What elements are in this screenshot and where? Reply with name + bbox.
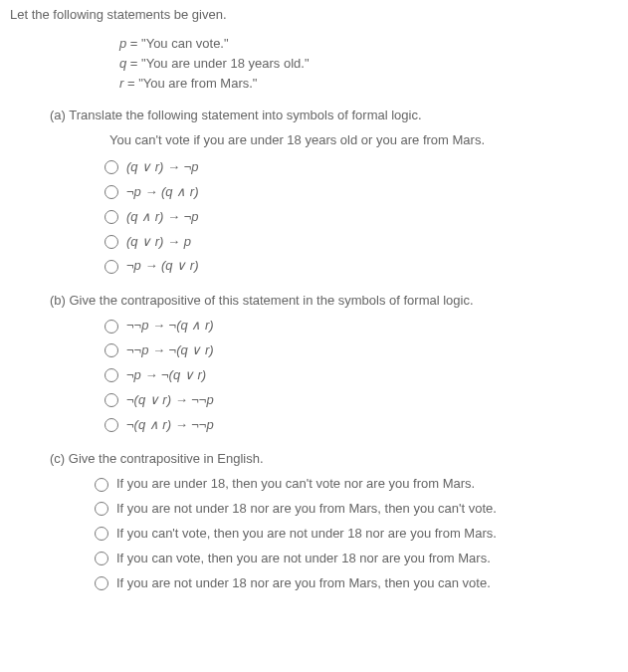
radio-a-1[interactable]	[105, 160, 118, 174]
option-a-1-label: (q ∨ r) → ¬p	[126, 158, 198, 177]
part-c: (c) Give the contrapositive in English. …	[50, 450, 618, 592]
option-c-4[interactable]: If you can vote, then you are not under …	[95, 550, 618, 568]
radio-c-3[interactable]	[95, 527, 108, 541]
part-a-statement: You can't vote if you are under 18 years…	[109, 131, 618, 150]
radio-b-1[interactable]	[105, 320, 118, 334]
option-b-5[interactable]: ¬(q ∧ r) → ¬¬p	[105, 416, 618, 435]
option-a-2-label: ¬p → (q ∧ r)	[126, 183, 198, 202]
option-b-2-label: ¬¬p → ¬(q ∨ r)	[126, 341, 214, 360]
option-b-3-label: ¬p → ¬(q ∨ r)	[126, 366, 206, 385]
page: Let the following statements be given. p…	[0, 0, 628, 628]
part-b-question: (b) Give the contrapositive of this stat…	[50, 292, 618, 311]
radio-a-5[interactable]	[105, 260, 118, 274]
radio-b-3[interactable]	[105, 368, 118, 382]
def-q-text: = "You are under 18 years old."	[126, 56, 309, 71]
radio-b-2[interactable]	[105, 343, 118, 357]
option-b-3[interactable]: ¬p → ¬(q ∨ r)	[105, 366, 618, 385]
part-c-options: If you are under 18, then you can't vote…	[95, 475, 618, 592]
option-b-4-label: ¬(q ∨ r) → ¬¬p	[126, 391, 214, 410]
radio-c-1[interactable]	[95, 478, 108, 492]
option-a-1[interactable]: (q ∨ r) → ¬p	[105, 158, 618, 177]
option-b-2[interactable]: ¬¬p → ¬(q ∨ r)	[105, 341, 618, 360]
option-a-4-label: (q ∨ r) → p	[126, 233, 191, 252]
option-b-1-label: ¬¬p → ¬(q ∧ r)	[126, 317, 214, 336]
def-r: r = "You are from Mars."	[119, 75, 618, 94]
radio-b-5[interactable]	[105, 418, 118, 432]
part-a: (a) Translate the following statement in…	[50, 107, 618, 276]
option-c-1[interactable]: If you are under 18, then you can't vote…	[95, 475, 618, 494]
option-a-3-label: (q ∧ r) → ¬p	[126, 208, 198, 227]
part-b: (b) Give the contrapositive of this stat…	[50, 292, 618, 434]
option-c-5[interactable]: If you are not under 18 nor are you from…	[95, 574, 618, 593]
option-c-3-label: If you can't vote, then you are not unde…	[116, 525, 497, 544]
radio-a-4[interactable]	[105, 235, 118, 249]
radio-a-2[interactable]	[105, 185, 118, 199]
def-p: p = "You can vote."	[119, 35, 618, 54]
def-q: q = "You are under 18 years old."	[119, 55, 618, 74]
option-c-3[interactable]: If you can't vote, then you are not unde…	[95, 525, 618, 544]
option-c-2[interactable]: If you are not under 18 nor are you from…	[95, 500, 618, 519]
part-b-options: ¬¬p → ¬(q ∧ r) ¬¬p → ¬(q ∨ r) ¬p → ¬(q ∨…	[105, 317, 618, 434]
option-a-2[interactable]: ¬p → (q ∧ r)	[105, 183, 618, 202]
radio-c-5[interactable]	[95, 576, 108, 590]
def-p-text: = "You can vote."	[126, 36, 228, 51]
option-c-2-label: If you are not under 18 nor are you from…	[116, 500, 497, 519]
option-a-5[interactable]: ¬p → (q ∨ r)	[105, 257, 618, 276]
part-c-question: (c) Give the contrapositive in English.	[50, 450, 618, 469]
definitions: p = "You can vote." q = "You are under 1…	[119, 35, 618, 94]
option-a-4[interactable]: (q ∨ r) → p	[105, 233, 618, 252]
option-a-5-label: ¬p → (q ∨ r)	[126, 257, 198, 276]
option-b-1[interactable]: ¬¬p → ¬(q ∧ r)	[105, 317, 618, 336]
radio-c-2[interactable]	[95, 502, 108, 516]
option-c-4-label: If you can vote, then you are not under …	[116, 550, 491, 568]
option-b-5-label: ¬(q ∧ r) → ¬¬p	[126, 416, 214, 435]
radio-c-4[interactable]	[95, 552, 108, 565]
part-a-options: (q ∨ r) → ¬p ¬p → (q ∧ r) (q ∧ r) → ¬p (…	[105, 158, 618, 276]
option-a-3[interactable]: (q ∧ r) → ¬p	[105, 208, 618, 227]
def-r-text: = "You are from Mars."	[123, 76, 257, 91]
intro-text: Let the following statements be given.	[10, 6, 618, 25]
part-a-question: (a) Translate the following statement in…	[50, 107, 618, 125]
option-c-1-label: If you are under 18, then you can't vote…	[116, 475, 475, 494]
option-c-5-label: If you are not under 18 nor are you from…	[116, 574, 491, 593]
radio-a-3[interactable]	[105, 210, 118, 224]
radio-b-4[interactable]	[105, 393, 118, 407]
option-b-4[interactable]: ¬(q ∨ r) → ¬¬p	[105, 391, 618, 410]
